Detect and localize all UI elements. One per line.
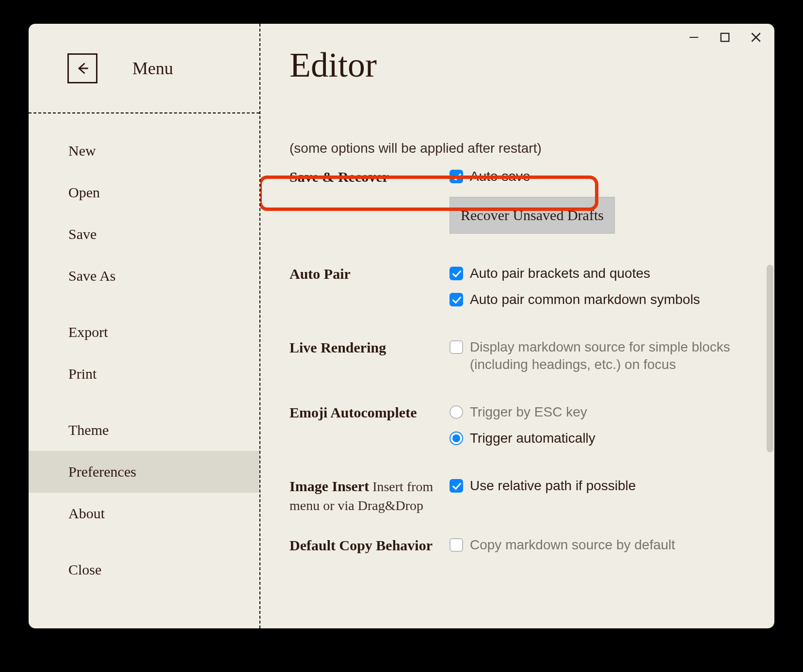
- option-auto-save[interactable]: Auto save: [450, 168, 759, 185]
- section-label-emoji: Emoji Autocomplete: [289, 403, 450, 422]
- checkbox-copy-markdown[interactable]: [450, 538, 463, 552]
- checkbox-autopair-brackets[interactable]: [450, 267, 463, 280]
- option-emoji-auto[interactable]: Trigger automatically: [450, 430, 759, 447]
- sidebar-item-about[interactable]: About: [29, 493, 259, 534]
- section-label-auto-pair: Auto Pair: [289, 265, 450, 283]
- menu-title: Menu: [132, 58, 173, 79]
- section-label-default-copy: Default Copy Behavior: [289, 536, 450, 555]
- section-label-save-recover: Save & Recover: [289, 168, 450, 186]
- section-image-insert: Image Insert Insert from menu or via Dra…: [289, 477, 759, 515]
- sidebar-item-new[interactable]: New: [29, 130, 259, 172]
- close-button[interactable]: [749, 31, 763, 44]
- window-controls: [687, 31, 763, 44]
- section-emoji: Emoji Autocomplete Trigger by ESC key Tr…: [289, 403, 759, 456]
- option-display-source[interactable]: Display markdown source for simple block…: [450, 338, 759, 373]
- sidebar-item-theme[interactable]: Theme: [29, 409, 259, 451]
- option-autopair-brackets[interactable]: Auto pair brackets and quotes: [450, 265, 759, 282]
- option-relative-path[interactable]: Use relative path if possible: [450, 477, 759, 495]
- option-label: Auto pair brackets and quotes: [470, 265, 650, 282]
- section-save-recover: Save & Recover Auto save Recover Unsaved…: [289, 168, 759, 234]
- section-label-live-rendering: Live Rendering: [289, 338, 450, 357]
- option-autopair-markdown[interactable]: Auto pair common markdown symbols: [450, 291, 759, 308]
- checkbox-display-source[interactable]: [450, 340, 463, 354]
- sidebar-header: Menu: [29, 24, 259, 113]
- recover-unsaved-button[interactable]: Recover Unsaved Drafts: [450, 197, 615, 234]
- section-auto-pair: Auto Pair Auto pair brackets and quotes …: [289, 265, 759, 317]
- sidebar-item-export[interactable]: Export: [29, 311, 259, 353]
- checkbox-autopair-markdown[interactable]: [450, 293, 463, 306]
- section-label-image-insert: Image Insert Insert from menu or via Dra…: [289, 477, 450, 515]
- section-default-copy: Default Copy Behavior Copy markdown sour…: [289, 536, 759, 562]
- sidebar: Menu New Open Save Save As Export Print …: [29, 24, 260, 628]
- maximize-button[interactable]: [718, 31, 732, 44]
- option-label: Use relative path if possible: [470, 477, 636, 495]
- page-title: Editor: [289, 45, 759, 85]
- content-pane: Editor (some options will be applied aft…: [260, 24, 774, 628]
- option-label: Display markdown source for simple block…: [470, 338, 759, 373]
- sidebar-item-save[interactable]: Save: [29, 213, 259, 255]
- option-emoji-esc[interactable]: Trigger by ESC key: [450, 403, 759, 421]
- sidebar-item-print[interactable]: Print: [29, 353, 259, 395]
- sidebar-item-save-as[interactable]: Save As: [29, 255, 259, 297]
- option-label: Trigger by ESC key: [470, 403, 587, 421]
- back-button[interactable]: [67, 53, 97, 83]
- sidebar-item-close[interactable]: Close: [29, 549, 259, 591]
- app-window: Menu New Open Save Save As Export Print …: [29, 24, 774, 628]
- svg-rect-1: [721, 33, 729, 42]
- section-live-rendering: Live Rendering Display markdown source f…: [289, 338, 759, 382]
- option-label: Auto pair common markdown symbols: [470, 291, 700, 308]
- sidebar-items: New Open Save Save As Export Print Theme…: [29, 113, 259, 591]
- radio-emoji-esc[interactable]: [450, 405, 463, 419]
- option-label: Auto save: [470, 168, 530, 185]
- restart-hint: (some options will be applied after rest…: [289, 141, 759, 156]
- radio-emoji-auto[interactable]: [450, 432, 463, 445]
- option-copy-markdown[interactable]: Copy markdown source by default: [450, 536, 759, 554]
- option-label: Trigger automatically: [470, 430, 595, 447]
- checkbox-auto-save[interactable]: [450, 170, 463, 183]
- minimize-button[interactable]: [687, 31, 701, 44]
- scrollbar-thumb[interactable]: [767, 265, 773, 452]
- option-label: Copy markdown source by default: [470, 536, 675, 554]
- sidebar-item-preferences[interactable]: Preferences: [29, 451, 259, 493]
- checkbox-relative-path[interactable]: [450, 479, 463, 493]
- sidebar-item-open[interactable]: Open: [29, 172, 259, 213]
